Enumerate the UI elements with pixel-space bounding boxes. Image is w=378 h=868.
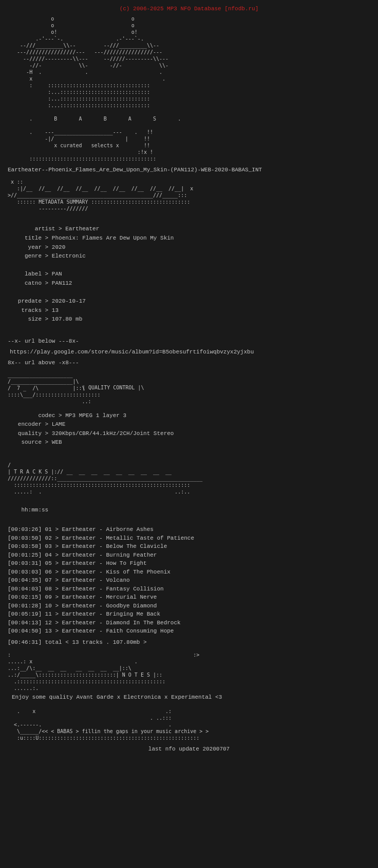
track-item: [00:03:03] 06 > Eartheater - Kiss of The… <box>8 568 370 577</box>
predate-value: 2020-10-17 <box>52 298 86 304</box>
logo-ascii: o o o o o! o! .-'---`-. .-'---`-. --///_… <box>8 15 370 162</box>
label-value: PAN <box>52 271 62 277</box>
source-label: source > <box>8 439 52 445</box>
tracks-label: tracks > <box>8 307 52 313</box>
hhmm-label: hh:mm:ss <box>8 498 370 523</box>
babas-ascii: . x .: . ..::: <.------. . \______/<< < … <box>8 708 370 741</box>
track-item: [00:05:19] 11 > Eartheater - Bringing Me… <box>8 610 370 619</box>
quality-label: quality > <box>8 430 52 437</box>
track-item: [00:03:26] 01 > Eartheater - Airborne As… <box>8 525 370 534</box>
title-value: Phoenix: Flames Are Dew Upon My Skin <box>52 235 174 241</box>
track-item: [00:01:28] 10 > Eartheater - Goodbye Dia… <box>8 602 370 610</box>
track-item: [00:03:50] 02 > Eartheater - Metallic Ta… <box>8 534 370 543</box>
track-item: [00:04:50] 13 > Eartheater - Faith Consu… <box>8 627 370 636</box>
genre-label: genre > <box>8 253 52 259</box>
predate-label: predate > <box>8 298 52 304</box>
metadata-block: artist > Eartheater title > Phoenix: Fla… <box>8 216 370 333</box>
url-link: https://play.google.com/store/music/albu… <box>10 348 370 356</box>
release-title: Eartheater--Phoenix_Flames_Are_Dew_Upon_… <box>8 166 370 174</box>
codec-value: MP3 MPEG 1 layer 3 <box>65 412 126 419</box>
title-label: title > <box>8 235 52 241</box>
catno-label: catno > <box>8 280 52 286</box>
codec-label: codec > <box>21 412 65 419</box>
genre-value: Electronic <box>52 253 86 259</box>
url-separator-below: 8x-- url above -x8--- <box>8 359 370 367</box>
artist-label: artist > <box>21 226 65 232</box>
tracks-ascii-art: / | T R A C K S |:// __ __ __ __ __ __ _… <box>8 462 370 495</box>
total-info: [00:46:31] total < 13 tracks . 107.80mb … <box>8 638 370 647</box>
encoder-label: encoder > <box>8 421 52 427</box>
track-item: [00:03:31] 05 > Eartheater - How To Figh… <box>8 559 370 568</box>
year-value: 2020 <box>52 244 65 250</box>
track-item: [00:03:58] 03 > Eartheater - Below The C… <box>8 542 370 551</box>
quality-ascii-art: _____________________ /_________________… <box>8 371 370 405</box>
size-label: size > <box>8 316 52 322</box>
tracks-value: 13 <box>52 307 59 313</box>
track-item: [00:02:15] 09 > Eartheater - Mercurial N… <box>8 593 370 602</box>
label-label: label > <box>8 271 52 277</box>
last-update: last nfo update 20200707 <box>8 745 370 753</box>
notes-ascii-art: : :> .....: x . ...:__/\:__ __ __ __ __ … <box>8 652 370 692</box>
encoder-value: LAME <box>52 421 65 427</box>
track-item: [00:01:25] 04 > Eartheater - Burning Fea… <box>8 551 370 560</box>
track-item: [00:04:13] 12 > Eartheater - Diamond In … <box>8 619 370 627</box>
size-value: 107.80 mb <box>52 316 82 322</box>
tracks-list: [00:03:26] 01 > Eartheater - Airborne As… <box>8 525 370 636</box>
metadata-header-ascii: x :: :|/__ //__ //__ //__ //__ //__ //__… <box>8 179 370 212</box>
copyright-text: (c) 2006-2025 MP3 NFO Database [nfodb.ru… <box>8 5 370 13</box>
catno-value: PAN112 <box>52 280 72 286</box>
quality-value: 320Kbps/CBR/44.1kHz/2CH/Joint Stereo <box>52 430 174 437</box>
year-label: year > <box>8 244 52 250</box>
track-item: [00:04:03] 08 > Eartheater - Fantasy Col… <box>8 585 370 594</box>
artist-value: Eartheater <box>65 226 99 232</box>
page-container: (c) 2006-2025 MP3 NFO Database [nfodb.ru… <box>8 5 370 753</box>
source-value: WEB <box>52 439 62 445</box>
track-item: [00:04:35] 07 > Eartheater - Volcano <box>8 576 370 585</box>
quality-block: codec > MP3 MPEG 1 layer 3 encoder > LAM… <box>8 402 370 457</box>
quality-header-label: | QUALITY CONTROL |\ <box>82 384 144 391</box>
url-separator-above: --x- url below ---8x- <box>8 338 370 345</box>
notes-text: Enjoy some quality Avant Garde x Electro… <box>12 694 370 701</box>
